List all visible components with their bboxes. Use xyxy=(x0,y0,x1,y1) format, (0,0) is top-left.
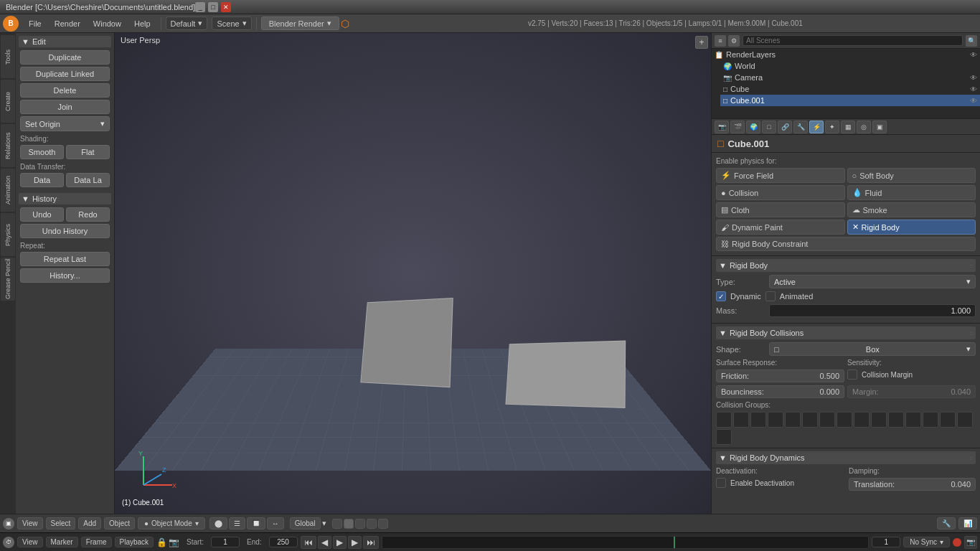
mode-dropdown[interactable]: ● Object Mode ▾ xyxy=(138,517,205,529)
dynamic-paint-btn[interactable]: 🖌 Dynamic Paint xyxy=(716,220,845,235)
outliner-item-world[interactable]: 🌍 World xyxy=(720,60,980,72)
undo-button[interactable]: Undo xyxy=(20,207,64,222)
jump-end-btn[interactable]: ⏭ xyxy=(363,536,379,549)
close-button[interactable]: ✕ xyxy=(221,2,231,12)
end-frame[interactable]: 250 xyxy=(269,537,298,547)
prop-particles-btn[interactable]: ✦ xyxy=(825,121,839,133)
viewport-extra-2[interactable]: 📊 xyxy=(958,517,977,529)
cg-11[interactable] xyxy=(888,412,904,428)
prop-physics-btn[interactable]: ⚡ xyxy=(809,121,824,133)
undo-history-button[interactable]: Undo History xyxy=(20,224,110,238)
global-dropdown[interactable]: Global xyxy=(290,517,321,529)
history-button[interactable]: History... xyxy=(20,268,110,283)
tab-tools[interactable]: Tools xyxy=(1,35,15,78)
soft-body-btn[interactable]: ○ Soft Body xyxy=(847,168,976,183)
tab-grease-pencil[interactable]: Grease Pencil xyxy=(1,258,15,301)
mass-value[interactable]: 1.000 xyxy=(769,304,976,317)
layer-5[interactable] xyxy=(378,519,388,529)
record-button[interactable] xyxy=(953,538,961,547)
cg-5[interactable] xyxy=(785,412,801,428)
camera-icon[interactable]: 📷 xyxy=(169,537,179,547)
play-btn[interactable]: ▶ xyxy=(333,536,347,549)
type-select[interactable]: Active ▾ xyxy=(769,275,976,288)
prop-modifiers-btn[interactable]: 🔧 xyxy=(793,121,808,133)
menu-file[interactable]: File xyxy=(23,18,47,29)
sync-dropdown[interactable]: No Sync ▾ xyxy=(903,537,950,547)
cg-16[interactable] xyxy=(716,429,732,445)
redo-button[interactable]: Redo xyxy=(66,207,110,222)
join-button[interactable]: Join xyxy=(20,100,110,114)
timeline-view-menu[interactable]: View xyxy=(17,537,43,547)
prop-object-btn[interactable]: □ xyxy=(762,121,776,133)
smooth-button[interactable]: Smooth xyxy=(20,145,64,159)
smoke-btn[interactable]: ☁ Smoke xyxy=(847,202,976,217)
cg-12[interactable] xyxy=(905,412,921,428)
enable-deactivation-checkbox[interactable] xyxy=(716,478,726,488)
prop-scene-btn[interactable]: 🎬 xyxy=(730,121,745,133)
cg-3[interactable] xyxy=(750,412,766,428)
current-frame[interactable]: 1 xyxy=(872,537,900,547)
outliner-item-renderlayers[interactable]: 📋 RenderLayers 👁 xyxy=(712,49,980,60)
select-menu[interactable]: Select xyxy=(46,517,76,529)
data-la-button[interactable]: Data La xyxy=(66,173,110,187)
history-header[interactable]: ▼ History :: xyxy=(19,193,111,204)
force-field-btn[interactable]: ⚡ Force Field xyxy=(716,168,845,183)
rigid-body-btn[interactable]: ✕ Rigid Body xyxy=(847,220,976,235)
viewport[interactable]: User Persp + X Y Z (1) Cube.001 xyxy=(115,33,711,514)
tab-relations[interactable]: Relations xyxy=(1,124,15,167)
friction-field[interactable]: Friction: 0.500 xyxy=(716,369,844,382)
cg-10[interactable] xyxy=(871,412,887,428)
lock-icon[interactable]: 🔒 xyxy=(156,537,167,547)
outliner-search[interactable] xyxy=(743,35,963,46)
layer-3[interactable] xyxy=(355,519,365,529)
prop-constraints-btn[interactable]: 🔗 xyxy=(778,121,792,133)
transform-btn[interactable]: ↔ xyxy=(267,517,284,529)
cg-9[interactable] xyxy=(854,412,870,428)
cg-14[interactable] xyxy=(940,412,956,428)
outliner-search-icon[interactable]: 🔍 xyxy=(966,35,977,47)
menu-window[interactable]: Window xyxy=(88,18,127,29)
view-menu[interactable]: View xyxy=(17,517,43,529)
scene-dropdown[interactable]: Scene ▾ xyxy=(212,17,251,30)
overlay-btn[interactable]: ☰ xyxy=(229,517,245,529)
cg-13[interactable] xyxy=(923,412,938,428)
viewport-extra-1[interactable]: 🔧 xyxy=(937,517,956,529)
timeline-frame-menu[interactable]: Frame xyxy=(81,537,112,547)
cube001-eye[interactable]: 👁 xyxy=(970,97,977,105)
translation-field[interactable]: Translation: 0.040 xyxy=(849,478,976,491)
timeline-cam-btn[interactable]: 📷 xyxy=(964,536,977,549)
layer-1[interactable] xyxy=(332,519,342,529)
add-menu[interactable]: Add xyxy=(78,517,101,529)
data-button[interactable]: Data xyxy=(20,173,64,187)
prop-render-btn[interactable]: 📷 xyxy=(715,121,729,133)
dynamics-header[interactable]: ▼ Rigid Body Dynamics :: xyxy=(716,451,976,464)
cg-6[interactable] xyxy=(802,412,818,428)
outliner-item-cube[interactable]: □ Cube 👁 xyxy=(720,83,980,95)
cg-1[interactable] xyxy=(716,412,732,428)
viewport-icon[interactable]: ▣ xyxy=(3,518,14,529)
bounciness-field[interactable]: Bounciness: 0.000 xyxy=(716,385,844,398)
cg-7[interactable] xyxy=(819,412,835,428)
prop-data-btn[interactable]: ▦ xyxy=(841,121,855,133)
render-engine-dropdown[interactable]: Blender Render ▾ xyxy=(261,17,339,30)
start-frame[interactable]: 1 xyxy=(211,537,240,547)
cg-8[interactable] xyxy=(837,412,852,428)
edit-header[interactable]: ▼ Edit :: xyxy=(19,36,111,47)
snap-btn[interactable]: 🔲 xyxy=(247,517,265,529)
timeline-marker-menu[interactable]: Marker xyxy=(46,537,78,547)
prop-material-btn[interactable]: ◎ xyxy=(857,121,871,133)
collisions-header[interactable]: ▼ Rigid Body Collisions :: xyxy=(716,326,976,339)
layer-2[interactable] xyxy=(344,519,354,529)
cube-eye[interactable]: 👁 xyxy=(970,85,977,93)
prev-frame-btn[interactable]: ◀ xyxy=(318,536,331,549)
menu-help[interactable]: Help xyxy=(128,18,156,29)
cg-15[interactable] xyxy=(957,412,973,428)
cg-2[interactable] xyxy=(733,412,749,428)
prop-texture-btn[interactable]: ▣ xyxy=(872,121,887,133)
repeat-last-button[interactable]: Repeat Last xyxy=(20,252,110,266)
next-frame-btn[interactable]: ▶ xyxy=(348,536,362,549)
set-origin-dropdown[interactable]: Set Origin ▾ xyxy=(20,116,110,131)
renderlayers-eye[interactable]: 👁 xyxy=(970,51,977,59)
outliner-icon-1[interactable]: ≡ xyxy=(715,35,726,47)
prop-world-btn[interactable]: 🌍 xyxy=(746,121,760,133)
